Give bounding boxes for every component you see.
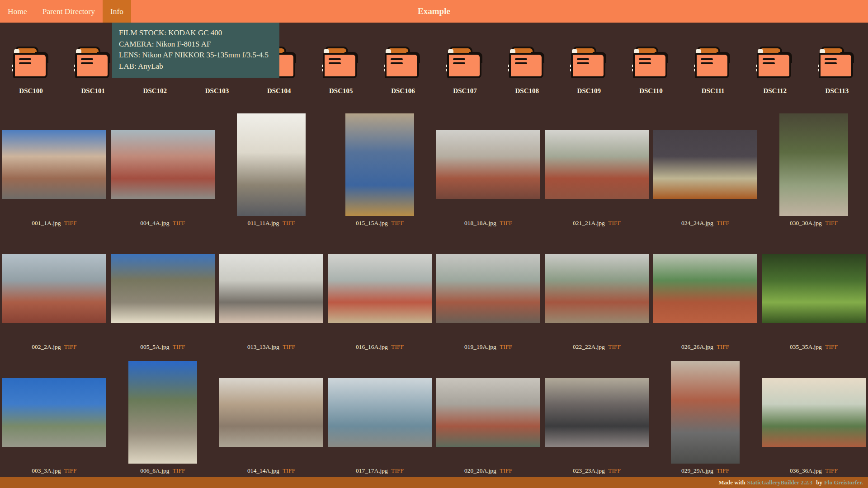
folder-label: DSC101 — [81, 87, 105, 95]
photo-filename-link[interactable]: 006_6A.jpg — [140, 467, 169, 474]
tiff-link[interactable]: TIFF — [825, 467, 838, 474]
folder-item-dsc109[interactable]: DSC109 — [558, 23, 620, 106]
photo-thumbnail[interactable] — [345, 113, 414, 216]
footer-author-link[interactable]: Flo Greistorfer. — [824, 479, 863, 486]
gallery-item: 016_16A.jpg TIFF — [326, 230, 434, 353]
photo-filename-link[interactable]: 021_21A.jpg — [573, 220, 605, 226]
footer-builder-link[interactable]: StaticGalleryBuilder 2.2.3 — [747, 479, 813, 486]
gallery-item: 015_15A.jpg TIFF — [326, 106, 434, 230]
tiff-link[interactable]: TIFF — [173, 467, 185, 474]
tiff-link[interactable]: TIFF — [608, 343, 621, 350]
photo-caption: 029_29A.jpg TIFF — [681, 466, 729, 477]
folder-item-dsc107[interactable]: DSC107 — [434, 23, 496, 106]
photo-thumbnail[interactable] — [545, 130, 649, 199]
gallery-row: 003_3A.jpg TIFF 006_6A.jpg TIFF 014_14A.… — [0, 353, 868, 477]
nav-item-home[interactable]: Home — [0, 0, 35, 23]
tiff-link[interactable]: TIFF — [608, 220, 621, 226]
photo-filename-link[interactable]: 015_15A.jpg — [356, 220, 388, 226]
tiff-link[interactable]: TIFF — [283, 220, 295, 226]
gallery-item: 005_5A.jpg TIFF — [108, 230, 217, 353]
tiff-link[interactable]: TIFF — [173, 343, 185, 350]
tiff-link[interactable]: TIFF — [283, 343, 295, 350]
photo-filename-link[interactable]: 018_18A.jpg — [464, 220, 496, 226]
folder-item-dsc111[interactable]: DSC111 — [682, 23, 744, 106]
folder-item-dsc113[interactable]: DSC113 — [806, 23, 868, 106]
photo-caption: 014_14A.jpg TIFF — [247, 466, 295, 477]
photo-thumbnail[interactable] — [762, 254, 866, 323]
tiff-link[interactable]: TIFF — [500, 467, 512, 474]
nav-item-info[interactable]: Info — [103, 0, 131, 23]
tiff-link[interactable]: TIFF — [608, 467, 621, 474]
photo-filename-link[interactable]: 005_5A.jpg — [140, 343, 169, 350]
tiff-link[interactable]: TIFF — [500, 220, 512, 226]
photo-thumbnail[interactable] — [545, 254, 649, 323]
photo-thumbnail[interactable] — [219, 254, 323, 323]
photo-thumbnail[interactable] — [436, 378, 540, 447]
photo-thumbnail[interactable] — [671, 361, 740, 464]
folder-item-dsc106[interactable]: DSC106 — [372, 23, 434, 106]
tiff-link[interactable]: TIFF — [717, 343, 729, 350]
photo-caption: 030_30A.jpg TIFF — [790, 219, 838, 230]
photo-thumbnail[interactable] — [779, 113, 848, 216]
tiff-link[interactable]: TIFF — [717, 467, 729, 474]
photo-caption: 023_23A.jpg TIFF — [573, 466, 621, 477]
photo-thumbnail[interactable] — [2, 130, 106, 199]
tiff-link[interactable]: TIFF — [500, 343, 512, 350]
photo-thumbnail[interactable] — [111, 130, 215, 199]
photo-thumbnail[interactable] — [545, 378, 649, 447]
photo-filename-link[interactable]: 035_35A.jpg — [790, 343, 822, 350]
tiff-link[interactable]: TIFF — [64, 467, 77, 474]
photo-filename-link[interactable]: 017_17A.jpg — [356, 467, 388, 474]
folder-item-dsc105[interactable]: DSC105 — [310, 23, 372, 106]
photo-filename-link[interactable]: 024_24A.jpg — [681, 220, 713, 226]
photo-thumbnail[interactable] — [111, 254, 215, 323]
tiff-link[interactable]: TIFF — [391, 220, 404, 226]
photo-filename-link[interactable]: 020_20A.jpg — [464, 467, 496, 474]
photo-thumbnail[interactable] — [237, 113, 306, 216]
photo-filename-link[interactable]: 030_30A.jpg — [790, 220, 822, 226]
photo-filename-link[interactable]: 029_29A.jpg — [681, 467, 713, 474]
tiff-link[interactable]: TIFF — [64, 220, 77, 226]
photo-filename-link[interactable]: 022_22A.jpg — [573, 343, 605, 350]
tiff-link[interactable]: TIFF — [717, 220, 729, 226]
photo-thumbnail[interactable] — [436, 254, 540, 323]
photo-caption: 011_11A.jpg TIFF — [247, 219, 295, 230]
folder-item-dsc110[interactable]: DSC110 — [620, 23, 682, 106]
tiff-link[interactable]: TIFF — [825, 220, 838, 226]
photo-filename-link[interactable]: 014_14A.jpg — [247, 467, 279, 474]
tiff-link[interactable]: TIFF — [391, 343, 404, 350]
tiff-link[interactable]: TIFF — [173, 220, 185, 226]
photo-thumbnail[interactable] — [128, 361, 197, 464]
tiff-link[interactable]: TIFF — [64, 343, 77, 350]
tiff-link[interactable]: TIFF — [825, 343, 838, 350]
photo-thumbnail[interactable] — [2, 378, 106, 447]
photo-filename-link[interactable]: 004_4A.jpg — [140, 220, 169, 226]
folder-item-dsc100[interactable]: DSC100 — [0, 23, 62, 106]
folder-item-dsc112[interactable]: DSC112 — [744, 23, 806, 106]
folder-icon — [818, 47, 856, 78]
photo-filename-link[interactable]: 001_1A.jpg — [32, 220, 61, 226]
photo-thumbnail[interactable] — [219, 378, 323, 447]
photo-thumbnail[interactable] — [653, 130, 757, 199]
photo-filename-link[interactable]: 002_2A.jpg — [32, 343, 61, 350]
photo-filename-link[interactable]: 003_3A.jpg — [32, 467, 61, 474]
photo-caption: 026_26A.jpg TIFF — [681, 343, 729, 353]
photo-filename-link[interactable]: 036_36A.jpg — [790, 467, 822, 474]
photo-thumbnail[interactable] — [2, 254, 106, 323]
photo-filename-link[interactable]: 023_23A.jpg — [573, 467, 605, 474]
photo-filename-link[interactable]: 013_13A.jpg — [247, 343, 279, 350]
tiff-link[interactable]: TIFF — [283, 467, 295, 474]
nav-item-parent-directory[interactable]: Parent Directory — [35, 0, 103, 23]
photo-filename-link[interactable]: 016_16A.jpg — [356, 343, 388, 350]
photo-filename-link[interactable]: 026_26A.jpg — [681, 343, 713, 350]
photo-thumbnail[interactable] — [436, 130, 540, 199]
tiff-link[interactable]: TIFF — [391, 467, 404, 474]
gallery-item: 017_17A.jpg TIFF — [326, 353, 434, 477]
photo-thumbnail[interactable] — [762, 378, 866, 447]
photo-thumbnail[interactable] — [653, 254, 757, 323]
photo-filename-link[interactable]: 011_11A.jpg — [247, 220, 279, 226]
photo-thumbnail[interactable] — [328, 254, 432, 323]
folder-item-dsc108[interactable]: DSC108 — [496, 23, 558, 106]
photo-thumbnail[interactable] — [328, 378, 432, 447]
photo-filename-link[interactable]: 019_19A.jpg — [464, 343, 496, 350]
